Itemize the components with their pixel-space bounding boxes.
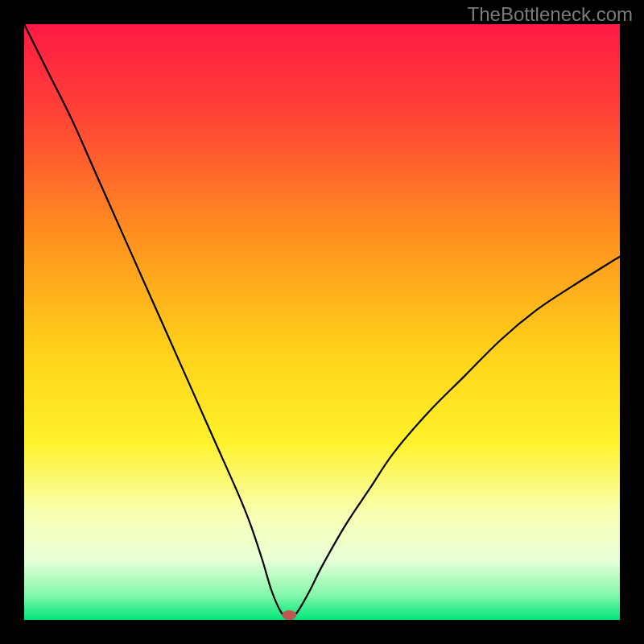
watermark-text: TheBottleneck.com — [468, 3, 633, 26]
chart-svg — [24, 24, 620, 620]
optimal-point-marker — [282, 610, 296, 620]
chart-frame: TheBottleneck.com — [0, 0, 644, 644]
gradient-background — [24, 24, 620, 620]
chart-plot-area — [24, 24, 620, 620]
